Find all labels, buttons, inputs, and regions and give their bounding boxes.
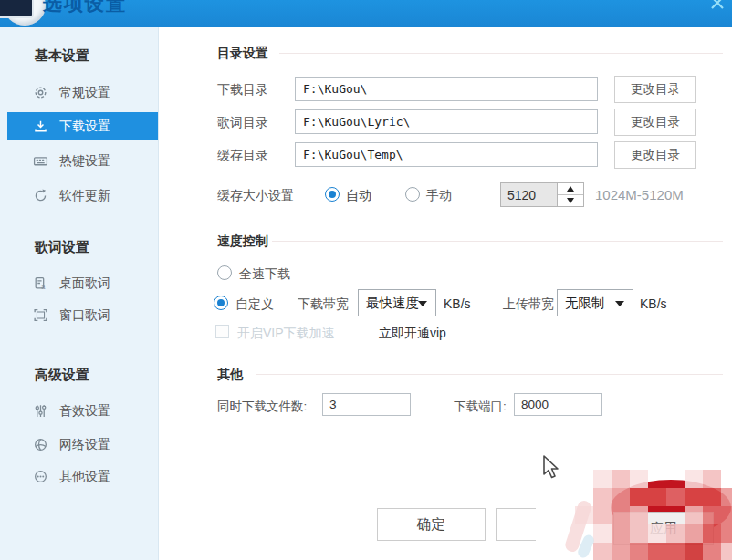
- redaction-block: [703, 488, 721, 506]
- redaction-block: [666, 543, 685, 560]
- sidebar-header-lyrics: 歌词设置: [35, 239, 89, 256]
- concurrent-downloads-input[interactable]: [322, 393, 411, 416]
- gear-icon: [33, 85, 48, 100]
- change-cache-dir-button[interactable]: 更改目录: [614, 141, 696, 169]
- redaction-block: [703, 506, 721, 524]
- download-bandwidth-select[interactable]: 最快速度: [358, 289, 436, 316]
- redaction-block: [612, 524, 630, 543]
- redaction-block: [593, 524, 612, 543]
- redaction-block: [648, 488, 666, 506]
- redaction-block: [648, 524, 666, 543]
- update-icon: [33, 188, 48, 203]
- sidebar-header-advanced: 高级设置: [35, 367, 89, 384]
- equalizer-icon: [33, 403, 48, 419]
- redaction-block: [721, 543, 732, 560]
- sidebar-item-network[interactable]: 网络设置: [33, 432, 110, 457]
- redaction-block: [721, 524, 732, 543]
- dialog-title: 选项设置: [43, 0, 127, 16]
- redaction-block: [703, 470, 721, 488]
- redaction-block: [630, 488, 648, 506]
- cache-auto-label: 自动: [346, 188, 371, 204]
- vip-accelerate-label: 开启VIP下载加速: [237, 326, 335, 342]
- redaction-block: [612, 488, 630, 506]
- cache-manual-label: 手动: [426, 188, 452, 204]
- cache-size-label: 缓存大小设置: [217, 188, 294, 204]
- sidebar-item-label: 桌面歌词: [59, 275, 110, 292]
- ok-button[interactable]: 确定: [377, 508, 486, 541]
- full-speed-label: 全速下载: [239, 266, 290, 283]
- sidebar-item-download[interactable]: 下载设置: [7, 112, 158, 140]
- sidebar-item-sound-effects[interactable]: 音效设置: [33, 399, 110, 423]
- redaction-block: [612, 543, 630, 560]
- divider: [272, 241, 723, 242]
- cache-size-value: 5120: [501, 183, 558, 206]
- sidebar-item-label: 音效设置: [59, 403, 110, 420]
- redaction-block: [593, 488, 612, 506]
- redaction-block: [648, 543, 666, 560]
- download-bandwidth-label: 下载带宽: [298, 296, 349, 313]
- redaction-block: [666, 524, 685, 543]
- section-title-directory: 目录设置: [217, 46, 268, 62]
- redaction-block: [666, 488, 685, 506]
- cache-manual-radio[interactable]: [405, 187, 420, 202]
- cache-dir-label: 缓存目录: [217, 148, 268, 164]
- sidebar-item-window-lyrics[interactable]: 窗口歌词: [33, 303, 110, 327]
- redaction-block: [593, 543, 612, 560]
- redaction-mosaic: [575, 470, 732, 560]
- sidebar-item-label: 窗口歌词: [59, 307, 110, 324]
- sidebar-item-hotkeys[interactable]: 热键设置: [33, 149, 110, 173]
- lyric-dir-label: 歌词目录: [217, 115, 268, 131]
- redaction-block: [612, 470, 630, 488]
- keyboard-icon: [33, 153, 48, 169]
- redaction-block: [685, 488, 703, 506]
- sidebar-item-label: 常规设置: [59, 85, 110, 101]
- network-icon: [33, 437, 48, 452]
- spinner-down-icon[interactable]: [558, 195, 583, 206]
- section-title-other: 其他: [217, 367, 243, 383]
- desktop-lyrics-icon: a: [33, 275, 48, 291]
- redaction-block: [685, 524, 703, 543]
- full-speed-radio[interactable]: [217, 265, 232, 280]
- title-bar[interactable]: 选项设置: [0, 0, 732, 27]
- redaction-block: [593, 470, 612, 488]
- sidebar-item-other-settings[interactable]: 其他设置: [33, 464, 110, 489]
- lyric-dir-input[interactable]: [295, 109, 598, 134]
- download-bandwidth-value: 最快速度: [366, 295, 419, 312]
- more-icon: [33, 469, 48, 484]
- cache-auto-radio[interactable]: [325, 187, 340, 202]
- close-icon[interactable]: [708, 0, 727, 12]
- upload-bandwidth-select[interactable]: 无限制: [557, 289, 633, 316]
- section-title-speed: 速度控制: [217, 233, 268, 250]
- redaction-block: [630, 524, 648, 543]
- change-lyric-dir-button[interactable]: 更改目录: [614, 109, 696, 136]
- cache-dir-input[interactable]: [295, 142, 598, 167]
- window-lyrics-icon: [33, 307, 48, 323]
- redaction-block: [593, 506, 612, 524]
- kbs-unit: KB/s: [640, 296, 667, 311]
- sidebar-item-label: 其他设置: [59, 469, 110, 485]
- sidebar-item-update[interactable]: 软件更新: [33, 183, 110, 208]
- change-download-dir-button[interactable]: 更改目录: [614, 76, 696, 103]
- download-port-input[interactable]: [514, 393, 602, 416]
- cache-size-spinner[interactable]: 5120: [500, 182, 584, 207]
- custom-speed-radio[interactable]: [214, 296, 228, 310]
- concurrent-downloads-label: 同时下载文件数:: [217, 399, 307, 415]
- download-port-label: 下载端口:: [454, 399, 507, 415]
- download-dir-input[interactable]: [295, 77, 598, 101]
- sidebar-item-general[interactable]: 常规设置: [33, 80, 110, 105]
- custom-speed-label: 自定义: [235, 296, 274, 313]
- mouse-cursor: [540, 454, 560, 485]
- redaction-block: [721, 506, 732, 524]
- redaction-block: [721, 488, 732, 506]
- redaction-block: [703, 543, 721, 560]
- spinner-up-icon[interactable]: [558, 183, 583, 195]
- options-dialog: 选项设置 基本设置 常规设置 下载设置: [0, 0, 732, 560]
- sidebar-header-basic: 基本设置: [35, 47, 89, 65]
- redaction-block: [612, 506, 630, 524]
- sidebar-item-desktop-lyrics[interactable]: a 桌面歌词: [33, 271, 110, 296]
- vip-accelerate-checkbox[interactable]: [215, 325, 229, 338]
- divider: [279, 53, 723, 54]
- open-vip-link[interactable]: 立即开通vip: [379, 326, 446, 342]
- cache-range-hint: 1024M-5120M: [595, 187, 684, 202]
- cancel-button[interactable]: [496, 508, 536, 541]
